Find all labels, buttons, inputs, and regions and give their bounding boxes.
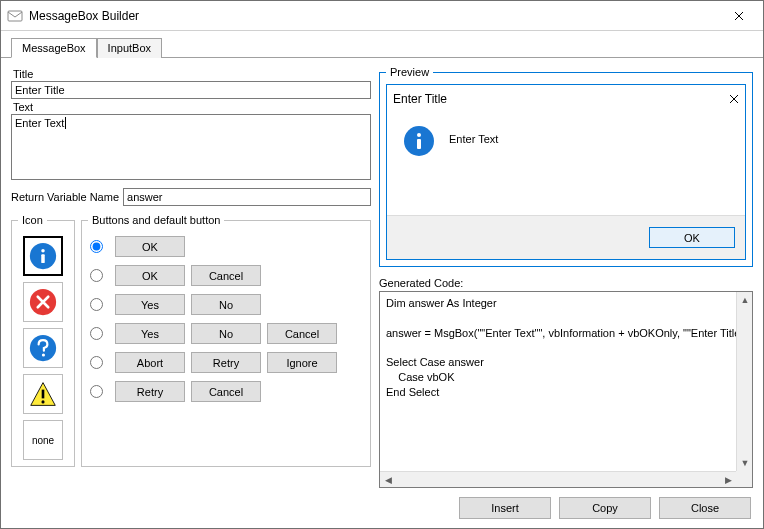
svg-point-10 [417, 133, 421, 137]
svg-rect-3 [41, 254, 45, 263]
preview-icon [403, 125, 435, 157]
icon-group-legend: Icon [18, 214, 47, 226]
window-title: MessageBox Builder [29, 9, 716, 23]
scroll-corner [736, 471, 752, 487]
tab-messagebox[interactable]: MessageBox [11, 38, 97, 58]
button-row-ok: OK [88, 236, 364, 257]
sample-retry[interactable]: Retry [191, 352, 261, 373]
svg-point-8 [41, 400, 44, 403]
info-icon [403, 125, 435, 157]
sample-no[interactable]: No [191, 294, 261, 315]
none-label: none [32, 435, 54, 446]
scrollbar-vertical[interactable]: ▲ ▼ [736, 292, 752, 471]
svg-point-6 [42, 353, 45, 356]
footer: Insert Copy Close [1, 488, 763, 528]
app-icon [7, 8, 23, 24]
scroll-down-icon[interactable]: ▼ [737, 455, 753, 471]
button-row-yesnocancel: Yes No Cancel [88, 323, 364, 344]
icon-choice-question[interactable] [23, 328, 63, 368]
return-var-row: Return Variable Name [11, 188, 371, 206]
return-var-label: Return Variable Name [11, 191, 119, 203]
svg-rect-0 [8, 11, 22, 21]
radio-retrycancel[interactable] [90, 385, 103, 398]
sample-ignore[interactable]: Ignore [267, 352, 337, 373]
right-column: Preview Enter Title [379, 66, 753, 488]
button-row-yesno: Yes No [88, 294, 364, 315]
error-icon [29, 288, 57, 316]
close-button[interactable]: Close [659, 497, 751, 519]
tabs: MessageBox InputBox [1, 31, 763, 58]
title-label: Title [13, 68, 371, 80]
icon-column: none [18, 232, 68, 460]
sample-no2[interactable]: No [191, 323, 261, 344]
radio-yesnocancel[interactable] [90, 327, 103, 340]
sample-yes2[interactable]: Yes [115, 323, 185, 344]
preview-titlebar: Enter Title [387, 85, 745, 113]
generated-code-label: Generated Code: [379, 277, 753, 289]
radio-ok[interactable] [90, 240, 103, 253]
radio-abortretryignore[interactable] [90, 356, 103, 369]
preview-body: Enter Text [387, 113, 745, 215]
preview-window: Enter Title [386, 84, 746, 260]
icon-choice-error[interactable] [23, 282, 63, 322]
svg-point-2 [41, 249, 45, 253]
title-input[interactable] [11, 81, 371, 99]
radio-yesno[interactable] [90, 298, 103, 311]
scroll-right-icon[interactable]: ▶ [720, 472, 736, 488]
sample-cancel[interactable]: Cancel [191, 265, 261, 286]
icon-choice-info[interactable] [23, 236, 63, 276]
preview-text: Enter Text [449, 125, 498, 145]
sample-ok[interactable]: OK [115, 236, 185, 257]
close-icon [734, 11, 744, 21]
text-input[interactable] [11, 114, 371, 180]
scroll-left-icon[interactable]: ◀ [380, 472, 396, 488]
icon-choice-warning[interactable] [23, 374, 63, 414]
warning-icon [29, 380, 57, 408]
scroll-up-icon[interactable]: ▲ [737, 292, 753, 308]
return-var-input[interactable] [123, 188, 371, 206]
preview-group: Preview Enter Title [379, 66, 753, 267]
sample-retry2[interactable]: Retry [115, 381, 185, 402]
icon-group: Icon [11, 214, 75, 467]
preview-title: Enter Title [393, 92, 729, 106]
generated-code-text: Dim answer As Integer answer = MsgBox(""… [380, 292, 736, 471]
preview-legend: Preview [386, 66, 433, 78]
icon-buttons-row: Icon [11, 206, 371, 467]
buttons-group: Buttons and default button OK OK Cancel … [81, 214, 371, 467]
titlebar: MessageBox Builder [1, 1, 763, 31]
buttons-group-legend: Buttons and default button [88, 214, 224, 226]
preview-close-button[interactable] [729, 94, 739, 104]
sample-abort[interactable]: Abort [115, 352, 185, 373]
preview-ok-button[interactable]: OK [649, 227, 735, 248]
text-label: Text [13, 101, 371, 113]
question-icon [29, 334, 57, 362]
window-close-button[interactable] [716, 2, 761, 30]
generated-code-box[interactable]: Dim answer As Integer answer = MsgBox(""… [379, 291, 753, 488]
sample-ok2[interactable]: OK [115, 265, 185, 286]
button-row-okcancel: OK Cancel [88, 265, 364, 286]
button-row-retrycancel: Retry Cancel [88, 381, 364, 402]
radio-okcancel[interactable] [90, 269, 103, 282]
sample-cancel3[interactable]: Cancel [191, 381, 261, 402]
copy-button[interactable]: Copy [559, 497, 651, 519]
tab-inputbox[interactable]: InputBox [97, 38, 162, 58]
insert-button[interactable]: Insert [459, 497, 551, 519]
sample-cancel2[interactable]: Cancel [267, 323, 337, 344]
preview-button-bar: OK [387, 215, 745, 259]
close-icon [729, 94, 739, 104]
scrollbar-horizontal[interactable]: ◀ ▶ [380, 471, 736, 487]
svg-rect-7 [42, 390, 45, 399]
app-window: MessageBox Builder MessageBox InputBox T… [0, 0, 764, 529]
button-row-abortretryignore: Abort Retry Ignore [88, 352, 364, 373]
svg-rect-11 [417, 139, 421, 149]
left-column: Title Text Enter Text Return Variable Na… [11, 66, 371, 488]
sample-yes[interactable]: Yes [115, 294, 185, 315]
body: Title Text Enter Text Return Variable Na… [1, 58, 763, 488]
icon-choice-none[interactable]: none [23, 420, 63, 460]
info-icon [29, 242, 57, 270]
